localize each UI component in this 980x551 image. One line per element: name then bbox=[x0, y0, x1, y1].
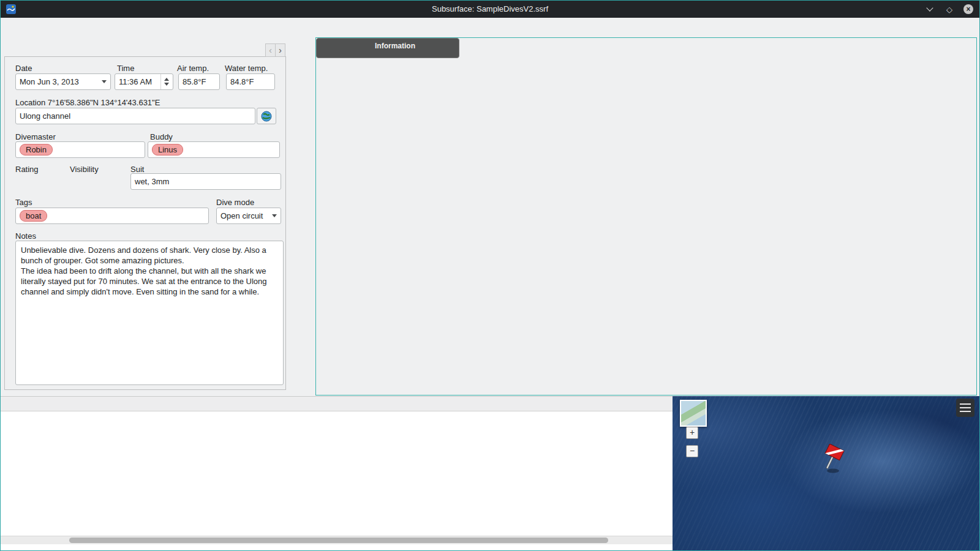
time-input[interactable]: 11:36 AM bbox=[115, 73, 173, 90]
tag-chip[interactable]: boat bbox=[20, 210, 47, 222]
scrollbar-thumb[interactable] bbox=[69, 538, 608, 543]
tags-label: Tags bbox=[15, 198, 32, 207]
location-input[interactable]: Ulong channel bbox=[15, 108, 255, 124]
tab-scroll-left-icon[interactable]: ‹ bbox=[265, 43, 276, 57]
time-label: Time bbox=[117, 64, 134, 73]
air-temp-label: Air temp. bbox=[177, 64, 209, 73]
air-temp-value: 85.8°F bbox=[183, 77, 206, 86]
map-menu-button[interactable] bbox=[956, 399, 974, 417]
map-zoom-out-button[interactable]: − bbox=[686, 445, 698, 457]
time-value: 11:36 AM bbox=[119, 77, 152, 86]
notes-label: Notes bbox=[15, 231, 36, 241]
info-box-title: Information bbox=[335, 41, 455, 51]
time-stepper[interactable] bbox=[160, 74, 169, 89]
tags-input[interactable]: boat bbox=[15, 208, 209, 224]
suit-label: Suit bbox=[130, 165, 144, 174]
dive-mode-select[interactable]: Open circuit bbox=[216, 208, 281, 224]
date-label: Date bbox=[15, 64, 32, 73]
suit-value: wet, 3mm bbox=[135, 177, 169, 186]
location-label: Location 7°16'58.386"N 134°14'43.631"E bbox=[15, 98, 160, 107]
divemaster-tag[interactable]: Robin bbox=[20, 144, 53, 156]
divemaster-input[interactable]: Robin bbox=[15, 141, 145, 158]
dive-mode-value: Open circuit bbox=[221, 211, 263, 220]
buddy-input[interactable]: Linus bbox=[148, 141, 280, 158]
notes-textarea[interactable]: Unbelievable dive. Dozens and dozens of … bbox=[15, 241, 284, 385]
dive-list bbox=[1, 396, 673, 551]
tab-scroll-right-icon[interactable]: › bbox=[275, 43, 285, 57]
subsurface-window: Subsurface: SampleDivesV2.ssrf ◇ × ‹ › D… bbox=[0, 0, 980, 551]
map-panel[interactable]: + − bbox=[673, 396, 980, 551]
profile-info-box: Information bbox=[316, 38, 459, 58]
chevron-down-icon bbox=[102, 80, 107, 83]
buddy-tag[interactable]: Linus bbox=[152, 144, 183, 156]
chevron-down-icon bbox=[272, 214, 277, 217]
map-zoom-in-button[interactable]: + bbox=[686, 427, 698, 439]
menubar bbox=[1, 18, 979, 36]
close-button[interactable]: × bbox=[963, 4, 973, 14]
maximize-button[interactable]: ◇ bbox=[944, 4, 955, 15]
titlebar: Subsurface: SampleDivesV2.ssrf ◇ × bbox=[1, 1, 979, 18]
map-overview-thumbnail[interactable] bbox=[680, 400, 707, 427]
profile-toolbar bbox=[288, 37, 314, 395]
window-title: Subsurface: SampleDivesV2.ssrf bbox=[1, 4, 979, 13]
water-temp-value: 84.8°F bbox=[230, 77, 254, 86]
water-temp-input[interactable]: 84.8°F bbox=[226, 73, 275, 90]
dive-location-marker[interactable] bbox=[816, 444, 847, 478]
dive-info-panel: ‹ › Date Time Air temp. Water temp. Mon … bbox=[1, 36, 288, 395]
globe-button[interactable] bbox=[257, 108, 276, 124]
location-value: Ulong channel bbox=[20, 111, 70, 121]
buddy-label: Buddy bbox=[150, 132, 173, 141]
suit-input[interactable]: wet, 3mm bbox=[130, 173, 281, 190]
horizontal-scrollbar[interactable] bbox=[1, 536, 673, 544]
visibility-label: Visibility bbox=[70, 165, 99, 174]
date-value: Mon Jun 3, 2013 bbox=[20, 77, 79, 86]
dive-list-header bbox=[1, 397, 673, 411]
divemaster-label: Divemaster bbox=[15, 132, 56, 141]
globe-icon bbox=[261, 111, 272, 122]
dive-profile-chart[interactable]: Information bbox=[315, 37, 977, 395]
dive-mode-label: Dive mode bbox=[216, 198, 254, 207]
minimize-button[interactable] bbox=[924, 4, 935, 15]
air-temp-input[interactable]: 85.8°F bbox=[178, 73, 220, 90]
date-select[interactable]: Mon Jun 3, 2013 bbox=[15, 73, 111, 90]
rating-label: Rating bbox=[15, 165, 39, 174]
water-temp-label: Water temp. bbox=[225, 64, 268, 73]
